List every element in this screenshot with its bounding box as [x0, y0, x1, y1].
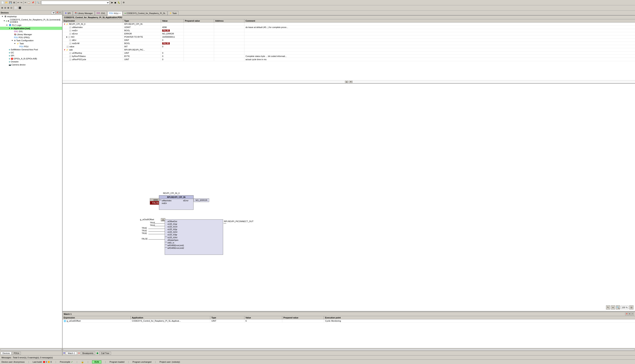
expr-row-1[interactable]: ⬜ uiMaxIndex UDINT 4096 do leave at defa…	[63, 26, 635, 29]
toolbar-btn-r3[interactable]: ⊠	[7, 6, 10, 10]
tree-item-task[interactable]: ▼ ⚡ Task	[0, 42, 62, 45]
expr-row-5[interactable]: ⬜ diErr DINT 0	[63, 38, 635, 42]
watch-col-expr[interactable]: Expression	[63, 316, 131, 319]
tree-hscroll[interactable]	[0, 348, 62, 351]
tree-item-pou[interactable]: POU POU (PRG)	[0, 36, 62, 39]
panel-close-btn[interactable]: ✕	[59, 11, 61, 14]
expr-row-11[interactable]: ⬜ uiRevPIOCycle UINT 0 actual cycle time…	[63, 58, 635, 61]
watch-hscroll[interactable]	[63, 348, 635, 351]
toolbar-btn-saveall[interactable]: ⊞	[13, 1, 16, 4]
zoom-out-btn[interactable]: 🔍	[616, 305, 620, 310]
watch-expand-btn[interactable]: ⬆	[628, 313, 631, 316]
expander-taskcfg[interactable]: ▼	[11, 40, 14, 42]
app-selector[interactable]: Application [CODESYS_Control_for_Raspber…	[41, 1, 109, 4]
tree-item-camera[interactable]: 📷 Camera device	[0, 63, 62, 66]
cursor-tool[interactable]: ↖	[606, 305, 610, 310]
expr-row-0[interactable]: ▼ ⚡ REVPI_CPI_IN_0 RPI.REVPI_CPI_IN	[63, 22, 635, 26]
expander-task[interactable]: ▼	[14, 42, 17, 44]
tab-spi[interactable]: ⚙ SPI	[63, 11, 73, 15]
expr-row-2[interactable]: ⬜ resErr BOOL FALSE	[63, 29, 635, 32]
scroll-down-btn[interactable]: ▼	[349, 81, 353, 83]
watch-col-type[interactable]: Type	[210, 316, 244, 319]
toolbar-btn-r4[interactable]: ⊡	[10, 6, 13, 10]
watch-pin-btn[interactable]: 📌	[625, 313, 628, 316]
scroll-up-btn[interactable]: ▲	[345, 81, 348, 83]
toolbar-btn-undo[interactable]: ↩	[17, 1, 20, 4]
toolbar-btn-r1[interactable]: ⊞	[1, 6, 4, 10]
tree-item-spi[interactable]: ⊕ SPI	[0, 54, 62, 57]
tree-item-gvl[interactable]: GVL GVL	[0, 30, 62, 33]
expr-col-address[interactable]: Address	[214, 19, 244, 22]
zoom-fit-btn[interactable]: ⊡	[629, 305, 633, 310]
watch-col-prepared[interactable]: Prepared value	[282, 316, 324, 319]
toolbar-btn-redo[interactable]: ↪	[20, 1, 23, 4]
tree-item-app[interactable]: ▼ ▶ Application [run]	[0, 27, 62, 30]
panel-pin-btn[interactable]: 📌	[56, 11, 58, 14]
tab-devices[interactable]: Devices	[1, 352, 12, 355]
tree-item-taskcfg[interactable]: ▼ ⚙ Task Configuration	[0, 39, 62, 42]
toolbar-btn-build[interactable]: ▶	[111, 1, 113, 4]
expr-col-comment[interactable]: Comment	[244, 19, 635, 22]
toolbar-btn-new[interactable]: 📄	[1, 1, 5, 4]
expr-row-10[interactable]: ⬜ byRevPiStatus BYTE 0 Complete status b…	[63, 55, 635, 58]
toolbar-btn-debug[interactable]: 🐛	[117, 1, 121, 4]
watch-row-0[interactable]: 🌐 g_uiOut0Offset CODESYS_Control_for_Ras…	[63, 319, 635, 322]
toolbar-btn-r5[interactable]: ⬜	[14, 6, 18, 10]
tree-item-revpisetup[interactable]: ▼ 🖥 revpisetup	[0, 15, 62, 18]
expr-row-7[interactable]: ⬜ value INT 0	[63, 45, 635, 48]
expander-revpisetup[interactable]: ▼	[2, 16, 4, 18]
toolbar-btn-copy[interactable]: 📋	[27, 1, 31, 4]
expr-col-type[interactable]: Type	[123, 19, 161, 22]
expander-codesys[interactable]: ▼	[4, 20, 6, 22]
toolbar-btn-login[interactable]: ⚙	[122, 1, 125, 4]
device-tree[interactable]: ▼ 🖥 revpisetup ▼ ● 🖥 CODESYS_Control_for…	[0, 15, 62, 348]
toolbar-btn-cut[interactable]: ✂	[24, 1, 27, 4]
expr-col-value[interactable]: Value	[161, 19, 184, 22]
tree-item-sm[interactable]: ⊕ SoftMotion General Axis Pool	[0, 48, 62, 51]
expr-row-3[interactable]: ⬜ eError ERROR NO_ERROR	[63, 32, 635, 36]
toolbar-btn-save[interactable]: 💾	[9, 1, 13, 4]
panel-dropdown[interactable]	[51, 11, 55, 14]
tree-item-libmgr[interactable]: 📚 Library Manager	[0, 33, 62, 36]
expr-cell-val-0	[161, 22, 184, 26]
tree-item-gpio[interactable]: ⊕ 🟥 GPIOs_A_B (GPIOs A/B)	[0, 57, 62, 60]
tree-item-pou2[interactable]: POU POU	[0, 45, 62, 48]
expander-app[interactable]: ▼	[9, 28, 11, 29]
expr-cell-addr-6	[214, 42, 244, 45]
watch-col-app[interactable]: Application	[131, 316, 210, 319]
tab-pous[interactable]: POUs	[12, 352, 21, 355]
toolbar-btn-paste[interactable]: 📌	[31, 1, 35, 4]
toolbar-btn-stop[interactable]: ⏹	[114, 1, 117, 4]
tab-gvl[interactable]: GVL GVL	[95, 11, 107, 15]
expr-row-8[interactable]: ▼ ⚡ vale RPI.RPI.REVPI_PIC...	[63, 48, 635, 52]
expr-row-4[interactable]: ▶ ⬜ hIO POINTER TO BYTE 16#00000011	[63, 36, 635, 38]
expr-row-9[interactable]: ⬜ uiOffsetInp UINT 0	[63, 52, 635, 55]
toolbar-btn-r2[interactable]: ⊟	[4, 6, 7, 10]
tree-item-codesys[interactable]: ▼ ● 🖥 CODESYS_Control_for_Raspberry_Pi_S…	[0, 18, 62, 24]
toolbar-btn-r6[interactable]: ⬛	[18, 6, 22, 10]
tab-codesys[interactable]: ● CODESYS_Control_for_Raspberry_Pi_SL	[123, 11, 167, 15]
messages-text: Messages - Total 0 error(s), 0 warning(s…	[2, 356, 53, 359]
watch-col-value[interactable]: Value	[244, 316, 282, 319]
tab-watch1[interactable]: Watch 1	[66, 352, 77, 355]
watch-col-exec[interactable]: Execution point	[324, 316, 635, 319]
expr-col-prepared[interactable]: Prepared value	[184, 19, 214, 22]
expander-plc[interactable]: ▼	[6, 24, 9, 26]
zoom-level: 100 %	[621, 306, 628, 309]
tab-pou-close[interactable]: ✕	[119, 12, 121, 14]
tree-item-i2c[interactable]: ⊕ I2C	[0, 51, 62, 54]
tab-calltree[interactable]: Call Tree	[99, 352, 111, 355]
expr-row-6[interactable]: ⬜ resErrM BOOL FALSE	[63, 42, 635, 45]
toolbar-btn-find[interactable]: 🔍	[36, 1, 40, 4]
watch-close-btn[interactable]: ✕	[631, 313, 634, 316]
tree-item-plc[interactable]: ▼ 🔷 PLC Logic	[0, 24, 62, 27]
tree-item-onewire[interactable]: ⊕ Onewire	[0, 60, 62, 63]
zoom-in-btn[interactable]: +	[611, 305, 615, 310]
toolbar-btn-open[interactable]: 📂	[5, 1, 9, 4]
tab-pou[interactable]: POU POU ✕	[107, 11, 123, 16]
expr-col-expression[interactable]: Expression	[63, 19, 123, 22]
run-button[interactable]: RUN	[92, 360, 102, 364]
tab-libmgr[interactable]: 📚 Library Manager	[73, 11, 95, 15]
tab-breakpoints[interactable]: Breakpoints	[81, 352, 95, 355]
tab-task[interactable]: ⚡ Task	[168, 11, 178, 15]
